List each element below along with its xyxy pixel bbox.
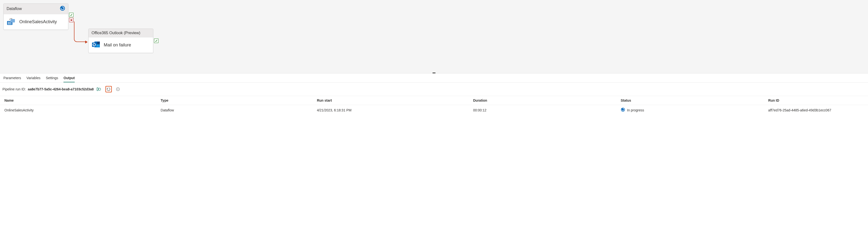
activity-header: Office365 Outlook (Preview) (89, 29, 153, 37)
cell-run-start: 4/21/2023, 6:18:31 PM (312, 105, 469, 115)
output-panel: Parameters Variables Settings Output Pip… (0, 73, 868, 115)
failure-connector (74, 22, 86, 42)
tab-variables[interactable]: Variables (26, 76, 40, 82)
col-name[interactable]: Name (0, 96, 156, 105)
svg-rect-14 (97, 88, 98, 91)
panel-resize-handle[interactable] (433, 73, 435, 73)
activity-dataflow[interactable]: Dataflow (3, 3, 68, 30)
svg-point-1 (62, 7, 63, 7)
info-button[interactable] (115, 86, 121, 92)
run-info-bar: Pipeline run ID: aa8e7b77-5a5c-4264-bea8… (0, 83, 868, 96)
svg-rect-7 (10, 22, 10, 24)
svg-point-19 (118, 88, 118, 89)
svg-rect-6 (8, 22, 9, 24)
svg-rect-8 (10, 19, 15, 23)
outlook-icon (92, 41, 100, 49)
activity-status-markers: ✓ (154, 38, 158, 43)
activity-type-label: Office365 Outlook (Preview) (92, 31, 141, 35)
tab-output[interactable]: Output (63, 76, 75, 82)
cell-type: Dataflow (156, 105, 312, 115)
tab-settings[interactable]: Settings (46, 76, 58, 82)
table-header-row: Name Type Run start Duration Status Run … (0, 96, 868, 105)
col-status[interactable]: Status (616, 96, 764, 105)
refresh-button[interactable] (105, 86, 112, 92)
pipeline-canvas[interactable]: Dataflow (0, 0, 868, 73)
activity-type-label: Dataflow (7, 7, 22, 11)
table-row[interactable]: OnlineSalesActivity Dataflow 4/21/2023, … (0, 105, 868, 115)
run-id-label: Pipeline run ID: (2, 87, 26, 91)
cell-status: In progress (616, 105, 764, 115)
activity-name: OnlineSalesActivity (19, 19, 57, 24)
run-id-value: aa8e7b77-5a5c-4264-bea8-a7103c52d3a8 (28, 87, 94, 91)
dataflow-icon (7, 18, 16, 26)
in-progress-icon (621, 108, 625, 113)
cell-run-id: aff7ed76-25ad-4485-a6ed-49d3b1ecc067 (764, 105, 868, 115)
svg-rect-12 (92, 43, 96, 47)
tab-parameters[interactable]: Parameters (3, 76, 21, 82)
status-text: In progress (627, 108, 644, 112)
activity-body: OnlineSalesActivity (4, 14, 68, 30)
col-type[interactable]: Type (156, 96, 312, 105)
activity-outlook[interactable]: Office365 Outlook (Preview) Mail on fail… (88, 29, 153, 53)
cell-name: OnlineSalesActivity (0, 105, 156, 115)
copy-run-id-button[interactable] (96, 86, 102, 92)
svg-point-22 (623, 108, 623, 109)
col-run-start[interactable]: Run start (312, 96, 469, 105)
activity-body: Mail on failure (89, 37, 153, 53)
col-run-id[interactable]: Run ID (764, 96, 868, 105)
svg-rect-11 (97, 42, 100, 45)
activity-header: Dataflow (4, 4, 68, 14)
success-marker-icon[interactable]: ✓ (154, 38, 158, 43)
dataflow-status-icon (60, 6, 65, 12)
col-duration[interactable]: Duration (469, 96, 616, 105)
activity-name: Mail on failure (104, 43, 131, 48)
success-marker-icon[interactable]: ✓ (69, 13, 73, 17)
failure-marker-icon[interactable]: ✕ (69, 18, 73, 22)
connector-arrow-icon (85, 40, 88, 44)
panel-tabs: Parameters Variables Settings Output (0, 74, 868, 83)
output-table: Name Type Run start Duration Status Run … (0, 96, 868, 115)
cell-duration: 00:00:12 (469, 105, 616, 115)
activity-status-markers: ✓ ✕ (69, 13, 73, 22)
